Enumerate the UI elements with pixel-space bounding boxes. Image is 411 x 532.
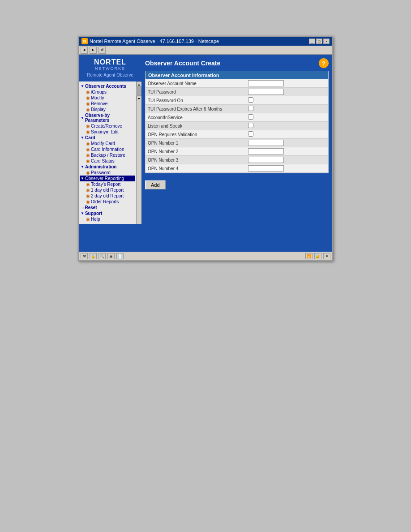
- statusbar-icons: ✉ 🔒 🔍 🖨 📄: [81, 253, 124, 259]
- field-value-listen-and-speak: [246, 122, 328, 130]
- nav-todays-report[interactable]: ◉ Today's Report: [80, 181, 135, 187]
- field-value-opn1: [246, 139, 328, 147]
- nav-card-status-link[interactable]: Card Status: [91, 159, 115, 163]
- field-value-opn-requires: [246, 130, 328, 139]
- account-in-service-checkbox[interactable]: [248, 114, 253, 120]
- minimize-button[interactable]: _: [309, 39, 315, 44]
- nav-card-information-link[interactable]: Card Information: [91, 147, 124, 152]
- browser-icon: N: [81, 38, 88, 44]
- tui-expires-checkbox[interactable]: [248, 106, 253, 111]
- titlebar-left: N Nortel Remote Agent Observe - 47.166.1…: [81, 38, 219, 44]
- print-icon: 🖨: [107, 253, 115, 259]
- nav-remove[interactable]: ◉ Remove: [80, 101, 135, 107]
- nav-modify-link[interactable]: Modify: [91, 95, 104, 100]
- remote-agent-label: Remote Agent Observe: [82, 73, 138, 77]
- opn-number-3-input[interactable]: [248, 157, 284, 163]
- field-label-listen-and-speak: Listen and Speak: [146, 122, 246, 130]
- nav-card-status[interactable]: ◉ Card Status: [80, 158, 135, 164]
- tui-password-on-checkbox[interactable]: [248, 97, 253, 103]
- nav-observer-reporting[interactable]: ▼ Observer Reporting: [80, 176, 135, 181]
- nav-card[interactable]: ▼ Card: [80, 135, 135, 141]
- nav-modify[interactable]: ◉ Modify: [80, 95, 135, 101]
- nav-older-reports-link[interactable]: Older Reports: [91, 199, 119, 204]
- arrow-icon: ○: [81, 206, 84, 210]
- opn-number-4-input[interactable]: [248, 165, 284, 172]
- nav-modify-card[interactable]: ◉ Modify Card: [80, 141, 135, 146]
- field-value-opn2: [246, 147, 328, 156]
- scroll-thumb[interactable]: [137, 87, 141, 96]
- close-button[interactable]: ×: [323, 39, 330, 44]
- nav-2day-report-link[interactable]: 2 day old Report: [91, 193, 124, 198]
- nav-1day-report[interactable]: ◉ 1 day old Report: [80, 187, 135, 193]
- nav-help-link[interactable]: Help: [91, 217, 100, 222]
- nav-reset[interactable]: ○ Reset: [80, 205, 135, 210]
- nav-display-link[interactable]: Display: [91, 107, 106, 112]
- nav-administration[interactable]: ▼ Administration: [80, 164, 135, 170]
- form-section: Observer Account Information Observer Ac…: [145, 71, 329, 173]
- nav-card-information[interactable]: ◉ Card Information: [80, 146, 135, 152]
- nav-password[interactable]: ◉ Password: [80, 170, 135, 176]
- nav-support[interactable]: ▼ Support: [80, 210, 135, 216]
- arrow-icon: ▼: [81, 176, 84, 180]
- maximize-button[interactable]: □: [316, 39, 322, 44]
- help-button[interactable]: ?: [319, 58, 329, 68]
- nav-1day-report-link[interactable]: 1 day old Report: [91, 188, 124, 193]
- sidebar-scrollbar[interactable]: ▲ ▼: [136, 82, 141, 224]
- arrow-icon: ▼: [81, 211, 84, 215]
- nav-observer-accounts-label: Observer Accounts: [85, 84, 126, 89]
- nav-help[interactable]: ◉ Help: [80, 216, 135, 222]
- nav-igroups-link[interactable]: iGroups: [91, 90, 107, 94]
- security-icon: 🔐: [314, 253, 321, 259]
- opn-requires-checkbox[interactable]: [248, 131, 253, 137]
- forward-button[interactable]: ►: [90, 47, 97, 54]
- arrow-icon: ▼: [81, 136, 84, 140]
- nav-older-reports[interactable]: ◉ Older Reports: [80, 199, 135, 205]
- field-label-opn1: OPN Number 1: [146, 139, 246, 147]
- nav-igroups[interactable]: ◉ iGroups: [80, 89, 135, 95]
- table-row: AccountInService: [146, 113, 328, 122]
- nav-2day-report[interactable]: ◉ 2 day old Report: [80, 193, 135, 199]
- nav-synonym-edit[interactable]: ◉ Synonym Edit: [80, 129, 135, 135]
- nav-todays-report-link[interactable]: Today's Report: [91, 182, 120, 187]
- opn-number-1-input[interactable]: [248, 140, 284, 146]
- nav-backup-restore[interactable]: ◉ Backup / Restore: [80, 152, 135, 158]
- reload-button[interactable]: ↺: [98, 47, 106, 54]
- titlebar-controls: _ □ ×: [309, 39, 330, 44]
- add-button[interactable]: Add: [145, 180, 166, 189]
- tui-password-input[interactable]: [248, 89, 284, 95]
- table-row: Observer Account Name: [146, 79, 328, 88]
- field-value-account-in-service: [246, 113, 328, 122]
- nav-backup-restore-link[interactable]: Backup / Restore: [91, 153, 125, 158]
- scroll-down-button[interactable]: ▼: [137, 96, 142, 101]
- field-label-opn2: OPN Number 2: [146, 147, 246, 156]
- bullet-icon: ◉: [86, 95, 90, 100]
- browser-toolbar: ◄ ► ↺: [79, 46, 332, 55]
- nav-create-remove[interactable]: ◉ Create/Remove: [80, 123, 135, 129]
- nav-observer-accounts[interactable]: ▼ Observer Accounts: [80, 83, 135, 89]
- nav-create-remove-link[interactable]: Create/Remove: [91, 124, 122, 129]
- nav-display[interactable]: ◉ Display: [80, 107, 135, 112]
- table-row: OPN Number 4: [146, 164, 328, 173]
- menu-icon: ≡: [323, 253, 330, 259]
- browser-window: N Nortel Remote Agent Observe - 47.166.1…: [78, 36, 333, 261]
- bullet-icon: ◉: [86, 129, 90, 134]
- bullet-icon: ◉: [86, 188, 90, 193]
- listen-and-speak-checkbox[interactable]: [248, 123, 253, 128]
- sidebar-nav-container: ▼ Observer Accounts ◉ iGroups ◉ Modify ◉…: [79, 82, 141, 224]
- opn-number-2-input[interactable]: [248, 148, 284, 154]
- scroll-up-button[interactable]: ▲: [137, 82, 142, 87]
- field-value-observer-account-name: [246, 79, 328, 88]
- nav-synonym-edit-link[interactable]: Synonym Edit: [91, 129, 119, 134]
- bullet-icon: ◉: [86, 147, 90, 152]
- page-icon: 📄: [116, 253, 124, 259]
- nav-reset-link[interactable]: Reset: [85, 205, 97, 210]
- nav-password-link[interactable]: Password: [91, 170, 111, 175]
- back-button[interactable]: ◄: [81, 47, 88, 54]
- observer-account-name-input[interactable]: [248, 80, 284, 86]
- nav-observe-by-params[interactable]: ▼ Observe-by Parameters: [80, 112, 135, 123]
- field-value-opn3: [246, 156, 328, 164]
- nav-modify-card-link[interactable]: Modify Card: [91, 141, 115, 146]
- nav-remove-link[interactable]: Remove: [91, 101, 107, 106]
- page-title-bar: Observer Account Create ?: [145, 58, 329, 68]
- table-row: TUI Password On: [146, 96, 328, 105]
